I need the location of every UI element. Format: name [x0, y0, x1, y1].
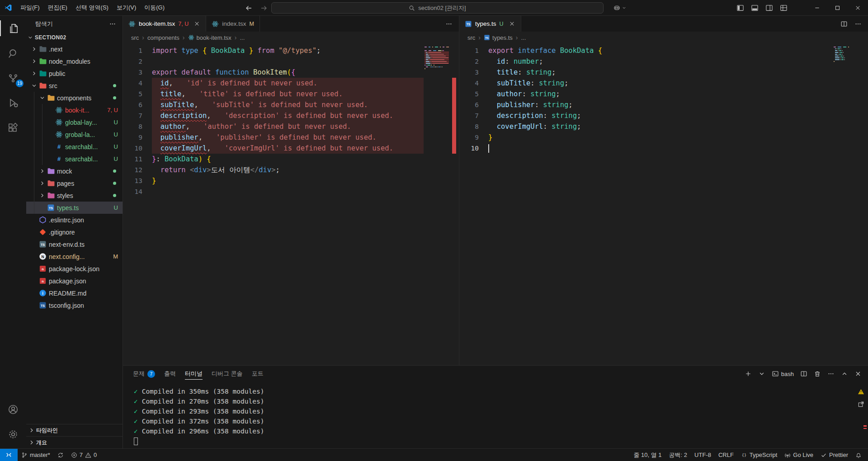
tree-item-package-lock.json[interactable]: npackage-lock.json: [26, 263, 123, 275]
toggle-panel-icon[interactable]: [751, 4, 759, 12]
customize-layout-icon[interactable]: [780, 4, 788, 12]
status-notifications[interactable]: [852, 449, 865, 461]
split-terminal-icon[interactable]: [800, 370, 807, 377]
panel-tab-ports[interactable]: 포트: [247, 366, 268, 382]
chevron-down-icon[interactable]: [38, 94, 46, 101]
command-center[interactable]: section02 [관리자]: [271, 2, 604, 14]
tree-item-grobal-la...[interactable]: grobal-la...U: [26, 128, 123, 141]
chevron-down-icon[interactable]: [30, 82, 38, 89]
panel-tab-output[interactable]: 출력: [160, 366, 180, 382]
menu-item-2[interactable]: 선택 영역(S): [71, 0, 113, 15]
panel-tab-problems[interactable]: 문제7: [128, 366, 160, 382]
code-line-9[interactable]: 9}: [459, 132, 833, 143]
maximize-button[interactable]: [827, 0, 848, 16]
tree-item-types.ts[interactable]: TStypes.tsU: [26, 202, 123, 214]
project-section-header[interactable]: SECTION02: [26, 32, 123, 43]
activity-manage[interactable]: [0, 422, 26, 447]
activity-accounts[interactable]: [0, 397, 26, 422]
close-panel-icon[interactable]: [854, 370, 862, 377]
terminal-tab[interactable]: bash: [772, 370, 794, 377]
tree-item-src[interactable]: src: [26, 80, 123, 92]
code-line-2[interactable]: 2: [123, 56, 424, 67]
terminal-output[interactable]: ✓Compiled in 350ms (358 modules)✓Compile…: [123, 382, 868, 448]
panel-tab-debug-console[interactable]: 디버그 콘솔: [207, 366, 247, 382]
tab-book-item.tsx[interactable]: book-item.tsx7, U: [123, 16, 206, 32]
breadcrumb-item[interactable]: components: [147, 34, 179, 41]
chevron-right-icon[interactable]: [30, 58, 38, 65]
code-line-6[interactable]: 6 subTitle,'subTitle' is defined but nev…: [123, 99, 424, 110]
panel-tab-terminal[interactable]: 터미널: [180, 366, 207, 382]
code-line-11[interactable]: 11}: BookData) {: [123, 154, 424, 165]
status-remote[interactable]: [0, 449, 18, 461]
launch-profile-icon[interactable]: [758, 370, 765, 377]
activity-source-control[interactable]: 19: [0, 66, 26, 90]
sidebar-section-0[interactable]: 타임라인: [26, 424, 123, 436]
status-go-live[interactable]: Go Live: [781, 449, 817, 461]
tree-item-book-it...[interactable]: book-it...7, U: [26, 104, 123, 116]
code-line-9[interactable]: 9 publisher,'publisher' is defined but n…: [123, 132, 424, 143]
status-cursor-position[interactable]: 줄 10, 열 1: [630, 449, 665, 461]
chevron-right-icon[interactable]: [38, 180, 46, 187]
copilot-menu[interactable]: [613, 0, 627, 16]
code-line-14[interactable]: 14: [123, 186, 424, 197]
activity-explorer[interactable]: [0, 16, 26, 41]
code-editor-types[interactable]: 1export interface BookData {2 id: number…: [459, 43, 868, 365]
tree-item-node_modules[interactable]: node_modules: [26, 55, 123, 67]
toggle-primary-sidebar-icon[interactable]: [736, 4, 744, 12]
code-line-10[interactable]: 10 coverImgUrl,'coverImgUrl' is defined …: [123, 143, 424, 154]
code-line-10[interactable]: 10: [459, 143, 833, 154]
code-line-4[interactable]: 4 id,'id' is defined but never used.: [123, 78, 424, 89]
close-window-button[interactable]: [848, 0, 868, 16]
tree-item-public[interactable]: public: [26, 67, 123, 80]
go-forward-icon[interactable]: [260, 5, 268, 12]
code-line-1[interactable]: 1import type { BookData } from "@/types"…: [123, 45, 424, 56]
breadcrumb-item[interactable]: ...: [240, 34, 245, 41]
code-line-8[interactable]: 8 coverImgUrl: string;: [459, 121, 833, 132]
tree-item-next-env.d.ts[interactable]: TSnext-env.d.ts: [26, 238, 123, 250]
explorer-more-actions-icon[interactable]: [109, 20, 116, 28]
tab-types.ts[interactable]: TStypes.tsU: [459, 16, 521, 32]
code-line-7[interactable]: 7 description: string;: [459, 110, 833, 121]
status-language-mode[interactable]: {}TypeScript: [737, 449, 781, 461]
minimize-button[interactable]: [807, 0, 827, 16]
code-line-8[interactable]: 8 author,'author' is defined but never u…: [123, 121, 424, 132]
code-line-7[interactable]: 7 description,'description' is defined b…: [123, 110, 424, 121]
status-sync[interactable]: [54, 449, 67, 461]
chevron-right-icon[interactable]: [30, 46, 38, 52]
activity-search[interactable]: [0, 41, 26, 66]
code-line-5[interactable]: 5 title,'title' is defined but never use…: [123, 89, 424, 99]
menu-item-1[interactable]: 편집(E): [44, 0, 71, 15]
maximize-panel-icon[interactable]: [841, 370, 848, 377]
code-line-3[interactable]: 3 title: string;: [459, 67, 833, 78]
tree-item-.next[interactable]: .next: [26, 43, 123, 55]
menu-item-3[interactable]: 보기(V): [113, 0, 140, 15]
chevron-right-icon[interactable]: [30, 70, 38, 77]
code-line-6[interactable]: 6 publisher: string;: [459, 99, 833, 110]
status-prettier[interactable]: Prettier: [817, 449, 852, 461]
more-actions-icon[interactable]: [827, 370, 835, 377]
tree-item-mock[interactable]: mock: [26, 165, 123, 177]
tree-item-next.config...[interactable]: Nnext.config...M: [26, 250, 123, 263]
code-line-12[interactable]: 12 return <div>도서 아이템</div>;: [123, 165, 424, 175]
tree-item-components[interactable]: components: [26, 92, 123, 104]
breadcrumb-item[interactable]: src: [131, 34, 139, 41]
activity-extensions[interactable]: [0, 115, 26, 140]
minimap[interactable]: [424, 45, 450, 72]
code-editor-book-item[interactable]: 1import type { BookData } from "@/types"…: [123, 43, 459, 365]
code-line-4[interactable]: 4 subTitle: string;: [459, 78, 833, 89]
status-indentation[interactable]: 공백: 2: [665, 449, 691, 461]
go-back-icon[interactable]: [245, 5, 252, 12]
code-line-2[interactable]: 2 id: number;: [459, 56, 833, 67]
tree-item-tsconfig.json[interactable]: TStsconfig.json: [26, 299, 123, 311]
chevron-right-icon[interactable]: [38, 192, 46, 199]
status-eol[interactable]: CRLF: [715, 449, 737, 461]
code-line-1[interactable]: 1export interface BookData {: [459, 45, 833, 56]
status-encoding[interactable]: UTF-8: [691, 449, 715, 461]
kill-terminal-icon[interactable]: [814, 370, 821, 377]
overview-ruler[interactable]: [450, 43, 459, 365]
menu-item-0[interactable]: 파일(F): [16, 0, 44, 15]
external-link-icon[interactable]: [858, 401, 864, 409]
tree-item-.eslintrc.json[interactable]: .eslintrc.json: [26, 214, 123, 226]
close-tab-icon[interactable]: [193, 20, 200, 27]
tree-item-searchabl...[interactable]: #searchabl...U: [26, 153, 123, 165]
